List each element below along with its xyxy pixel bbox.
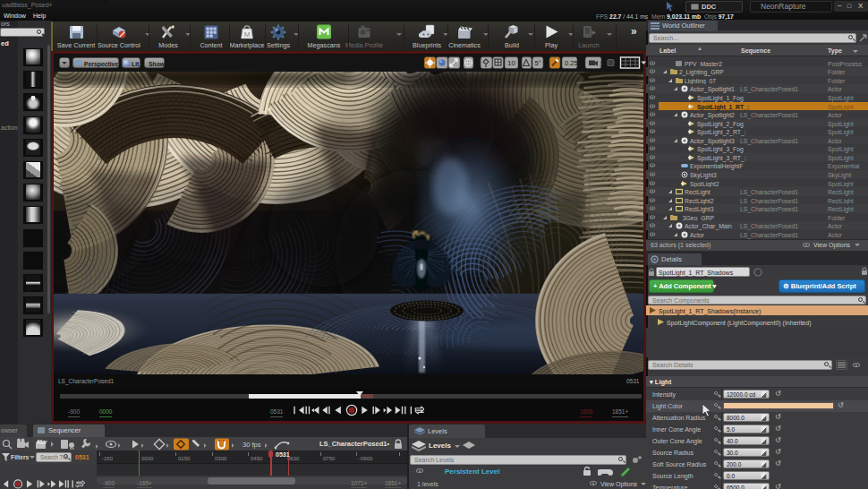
svg-text:30 fps: 30 fps: [243, 441, 261, 449]
svg-text:0.25: 0.25: [565, 59, 578, 67]
svg-text:10: 10: [507, 59, 515, 67]
svg-text:M: M: [244, 30, 251, 39]
svg-text:5°: 5°: [535, 59, 541, 67]
svg-text:3: 3: [600, 60, 604, 68]
